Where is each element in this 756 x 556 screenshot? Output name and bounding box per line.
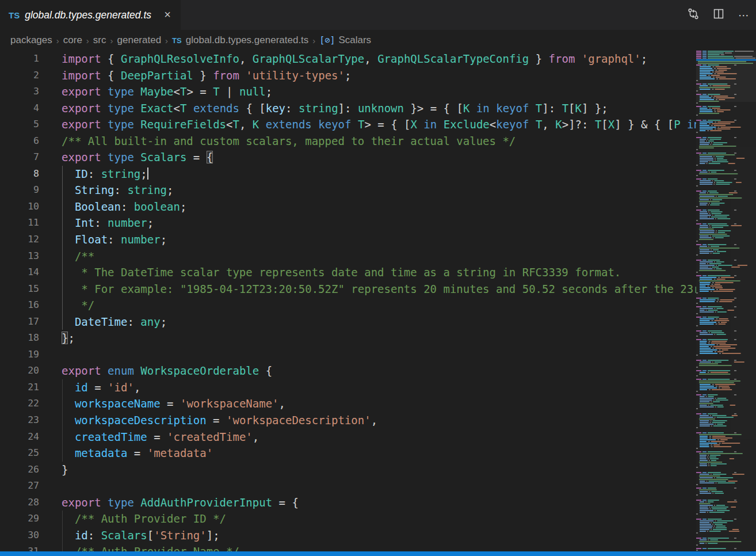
code-line[interactable]: 4export type Exact<T extends { [key: str… — [0, 100, 696, 117]
code-line[interactable]: 14 * The DateTime scalar type represents… — [0, 264, 696, 281]
code-line[interactable]: 18}; — [0, 330, 696, 346]
line-number[interactable]: 19 — [0, 346, 39, 363]
code-line[interactable]: 11 Int: number; — [0, 215, 696, 231]
code-line[interactable]: 10 Boolean: boolean; — [0, 199, 696, 215]
line-number[interactable]: 18 — [0, 330, 39, 346]
token — [134, 85, 140, 98]
breadcrumb-item-global-db-types-generated-ts[interactable]: TSglobal.db.types.generated.ts — [172, 35, 308, 46]
line-number[interactable]: 15 — [0, 281, 39, 298]
breadcrumb-item-src[interactable]: src — [93, 35, 106, 46]
code-line[interactable]: 16 */ — [0, 297, 696, 314]
token: /** — [75, 250, 94, 262]
code-line[interactable]: 15 * For example: "1985-04-12T23:20:50.5… — [0, 281, 696, 298]
line-number[interactable]: 11 — [0, 215, 39, 231]
line-number[interactable]: 26 — [0, 462, 39, 478]
code-line[interactable]: 29 /** Auth Provider ID */ — [0, 511, 696, 527]
line-number[interactable]: 8 — [0, 166, 39, 182]
line-number[interactable]: 25 — [0, 445, 39, 462]
tab-close-icon[interactable]: × — [161, 9, 174, 21]
line-number[interactable]: 22 — [0, 395, 39, 412]
line-number[interactable]: 14 — [0, 264, 39, 281]
code-line[interactable]: 21 id = 'id', — [0, 379, 696, 396]
minimap[interactable] — [696, 51, 756, 551]
code-line[interactable]: 28export type AddAuthProviderInput = { — [0, 494, 696, 511]
line-number[interactable]: 10 — [0, 199, 39, 215]
open-changes-button[interactable] — [686, 7, 701, 22]
line-content: workspaceDescription = 'workspaceDescrip… — [39, 414, 377, 426]
token: workspaceName — [75, 397, 161, 410]
token: } — [529, 52, 548, 65]
token: ; — [180, 200, 186, 213]
line-number[interactable]: 5 — [0, 116, 39, 133]
code-editor[interactable]: 1import { GraphQLResolveInfo, GraphQLSca… — [0, 51, 756, 551]
line-number[interactable]: 23 — [0, 412, 39, 429]
line-content: }; — [39, 332, 75, 344]
code-line[interactable]: 27 — [0, 478, 696, 494]
line-number[interactable]: 12 — [0, 231, 39, 248]
line-number[interactable]: 17 — [0, 314, 39, 330]
line-number[interactable]: 24 — [0, 429, 39, 445]
code-line[interactable]: 17 DateTime: any; — [0, 314, 696, 330]
code-line[interactable]: 20export enum WorkspaceOrderable { — [0, 363, 696, 379]
line-number[interactable]: 7 — [0, 149, 39, 166]
more-actions-button[interactable]: ⋯ — [736, 7, 751, 22]
code-line[interactable]: 12 Float: number; — [0, 231, 696, 248]
token: : — [88, 167, 101, 180]
line-number[interactable]: 20 — [0, 363, 39, 379]
code-line[interactable]: 6/** All built-in and custom scalars, ma… — [0, 133, 696, 150]
breadcrumb-item-generated[interactable]: generated — [117, 35, 162, 46]
line-number[interactable]: 31 — [0, 543, 39, 551]
split-editor-button[interactable] — [711, 7, 726, 22]
line-number[interactable]: 1 — [0, 51, 39, 67]
breadcrumb-item-scalars[interactable]: [⊘]Scalars — [319, 35, 371, 46]
line-number[interactable]: 21 — [0, 379, 39, 396]
code-line[interactable]: 1import { GraphQLResolveInfo, GraphQLSca… — [0, 51, 696, 67]
code-line[interactable]: 26} — [0, 462, 696, 478]
code-area[interactable]: 1import { GraphQLResolveInfo, GraphQLSca… — [0, 51, 696, 551]
line-number[interactable]: 9 — [0, 182, 39, 199]
token: : — [108, 233, 121, 246]
line-number[interactable]: 13 — [0, 248, 39, 265]
breadcrumb-item-packages[interactable]: packages — [10, 35, 52, 46]
line-number[interactable]: 27 — [0, 478, 39, 494]
token: ; — [641, 52, 647, 65]
token: from — [549, 52, 575, 65]
code-line[interactable]: 8 ID: string; — [0, 166, 696, 182]
token: [ — [147, 529, 154, 542]
code-line[interactable]: 7export type Scalars = { — [0, 149, 696, 166]
token: ]; — [207, 529, 220, 542]
token: 'workspaceDescription' — [226, 414, 371, 426]
line-number[interactable]: 3 — [0, 83, 39, 100]
code-line[interactable]: 19 — [0, 346, 696, 363]
line-number[interactable]: 28 — [0, 494, 39, 511]
code-line[interactable]: 24 createdTime = 'createdTime', — [0, 429, 696, 445]
text-cursor — [147, 167, 148, 180]
line-number[interactable]: 4 — [0, 100, 39, 117]
code-line[interactable]: 31 /** Auth Provider Name */ — [0, 543, 696, 551]
token: Int — [75, 216, 94, 229]
line-content — [39, 348, 62, 361]
code-line[interactable]: 3export type Maybe<T> = T | null; — [0, 83, 696, 100]
code-line[interactable]: 13 /** — [0, 248, 696, 265]
code-line[interactable]: 25 metadata = 'metadata' — [0, 445, 696, 462]
line-content: /** Auth Provider Name */ — [39, 545, 239, 551]
line-number[interactable]: 30 — [0, 527, 39, 544]
line-number[interactable]: 29 — [0, 511, 39, 527]
tab-global-db-types-generated[interactable]: TS global.db.types.generated.ts × — [0, 0, 181, 30]
token: , — [253, 431, 259, 443]
line-number[interactable]: 6 — [0, 133, 39, 150]
breadcrumb-item-core[interactable]: core — [63, 35, 82, 46]
line-number[interactable]: 2 — [0, 67, 39, 84]
token: T — [232, 118, 239, 131]
token: } — [193, 69, 213, 82]
token: 'createdTime' — [167, 431, 253, 443]
code-line[interactable]: 22 workspaceName = 'workspaceName', — [0, 395, 696, 412]
code-line[interactable]: 30 id: Scalars['String']; — [0, 527, 696, 544]
token: GraphQLScalarType — [253, 52, 364, 65]
token: , — [542, 118, 555, 131]
code-line[interactable]: 5export type RequireFields<T, K extends … — [0, 116, 696, 133]
code-line[interactable]: 23 workspaceDescription = 'workspaceDesc… — [0, 412, 696, 429]
code-line[interactable]: 2import { DeepPartial } from 'utility-ty… — [0, 67, 696, 84]
line-number[interactable]: 16 — [0, 297, 39, 314]
code-line[interactable]: 9 String: string; — [0, 182, 696, 199]
